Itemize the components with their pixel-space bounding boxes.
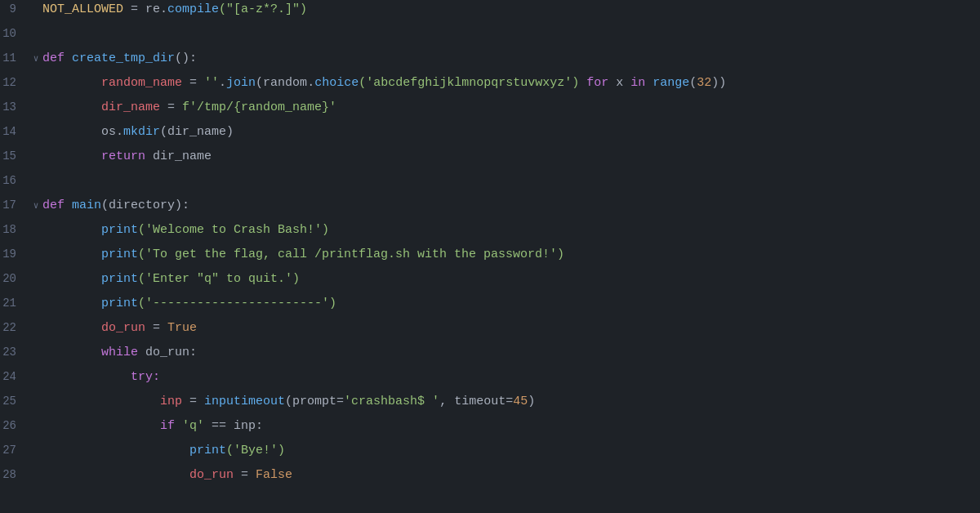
token <box>42 346 101 359</box>
code-line: 12 random_name = ''.join(random.choice('… <box>0 74 980 98</box>
token: re <box>145 2 160 16</box>
line-content: print('To get the flag, call /printflag.… <box>42 245 980 265</box>
token: x <box>608 76 630 90</box>
token: . <box>160 2 167 16</box>
token <box>42 149 101 163</box>
token: try: <box>131 370 160 384</box>
token: print <box>101 297 138 310</box>
line-number: 9 <box>0 0 29 18</box>
token: ('abcdefghijklmnopqrstuvwxyz') <box>359 76 579 90</box>
line-number: 12 <box>0 74 29 91</box>
token: random_name <box>42 76 182 90</box>
token: do_run: <box>138 346 197 359</box>
token: do_run <box>42 468 234 482</box>
token: inputimeout <box>204 395 285 408</box>
token: do_run <box>42 321 145 335</box>
token: = <box>182 76 204 90</box>
token: compile <box>167 2 219 16</box>
code-line: 9NOT_ALLOWED = re.compile("[a-z*?.]") <box>0 0 980 25</box>
token: = <box>160 100 182 114</box>
code-line: 28 do_run = False <box>0 466 980 490</box>
token <box>645 76 653 90</box>
token: True <box>167 321 197 335</box>
line-number: 20 <box>0 270 29 288</box>
code-line: 24 try: <box>0 368 980 392</box>
token: if <box>160 419 175 433</box>
line-number: 23 <box>0 343 29 361</box>
token <box>42 370 131 384</box>
line-number: 11 <box>0 49 29 67</box>
line-number: 22 <box>0 319 29 337</box>
token: == inp: <box>204 419 263 433</box>
token: ('Bye!') <box>226 444 285 457</box>
code-line: 23 while do_run: <box>0 343 980 368</box>
token <box>42 419 160 433</box>
code-line: 13 dir_name = f'/tmp/{random_name}' <box>0 98 980 123</box>
token: dir_name <box>42 100 160 114</box>
token: = <box>234 468 256 482</box>
code-line: 20 print('Enter "q" to quit.') <box>0 270 980 294</box>
line-number: 21 <box>0 294 29 312</box>
token: 32 <box>697 76 711 90</box>
token <box>579 76 586 90</box>
token: ( <box>689 76 697 90</box>
token: inp <box>42 395 182 408</box>
code-line: 22 do_run = True <box>0 319 980 343</box>
line-content: os.mkdir(dir_name) <box>42 123 980 142</box>
token: ) <box>528 395 535 408</box>
token: = <box>182 395 204 408</box>
token: ('-----------------------') <box>138 297 336 310</box>
token: (): <box>175 51 197 65</box>
token: NOT_ALLOWED <box>42 2 123 16</box>
fold-chevron-icon[interactable]: ∨ <box>29 199 42 214</box>
token: (directory): <box>101 199 189 212</box>
code-editor: 9NOT_ALLOWED = re.compile("[a-z*?.]")101… <box>0 0 980 513</box>
token <box>42 444 189 457</box>
token: def <box>42 199 72 212</box>
token: print <box>101 272 138 286</box>
token: 'crashbash$ ' <box>344 395 439 408</box>
line-number: 10 <box>0 25 29 42</box>
code-line: 14 os.mkdir(dir_name) <box>0 123 980 147</box>
token: (dir_name) <box>160 125 234 139</box>
line-content: print('-----------------------') <box>42 294 980 314</box>
line-content: NOT_ALLOWED = re.compile("[a-z*?.]") <box>42 0 980 20</box>
line-number: 13 <box>0 98 29 116</box>
line-content: do_run = True <box>42 319 980 338</box>
line-content: print('Welcome to Crash Bash!') <box>42 221 980 240</box>
token: range <box>653 76 689 90</box>
line-content: try: <box>42 368 980 387</box>
code-line: 10 <box>0 25 980 49</box>
token: . <box>219 76 226 90</box>
token: while <box>101 346 138 359</box>
line-number: 18 <box>0 221 29 239</box>
token: )) <box>711 76 726 90</box>
token: 'q' <box>182 419 204 433</box>
token: ('Welcome to Crash Bash!') <box>138 223 329 237</box>
token: . <box>116 125 123 139</box>
token: create_tmp_dir <box>72 51 175 65</box>
code-line: 17∨def main(directory): <box>0 196 980 221</box>
line-number: 28 <box>0 466 29 484</box>
code-line: 18 print('Welcome to Crash Bash!') <box>0 221 980 245</box>
code-line: 15 return dir_name <box>0 147 980 172</box>
token: (prompt= <box>285 395 344 408</box>
token: ( <box>256 76 263 90</box>
token <box>42 272 101 286</box>
token: join <box>226 76 256 90</box>
line-number: 27 <box>0 441 29 459</box>
token: '' <box>204 76 219 90</box>
code-line: 26 if 'q' == inp: <box>0 417 980 441</box>
token: return <box>101 149 145 163</box>
token: print <box>189 444 226 457</box>
line-number: 24 <box>0 368 29 386</box>
token: False <box>256 468 292 482</box>
code-line: 25 inp = inputimeout(prompt='crashbash$ … <box>0 392 980 417</box>
fold-chevron-icon[interactable]: ∨ <box>29 52 42 67</box>
line-number: 26 <box>0 417 29 435</box>
line-content: while do_run: <box>42 343 980 363</box>
line-number: 14 <box>0 123 29 141</box>
line-number: 15 <box>0 147 29 165</box>
line-content: do_run = False <box>42 466 980 485</box>
line-content: inp = inputimeout(prompt='crashbash$ ', … <box>42 392 980 412</box>
